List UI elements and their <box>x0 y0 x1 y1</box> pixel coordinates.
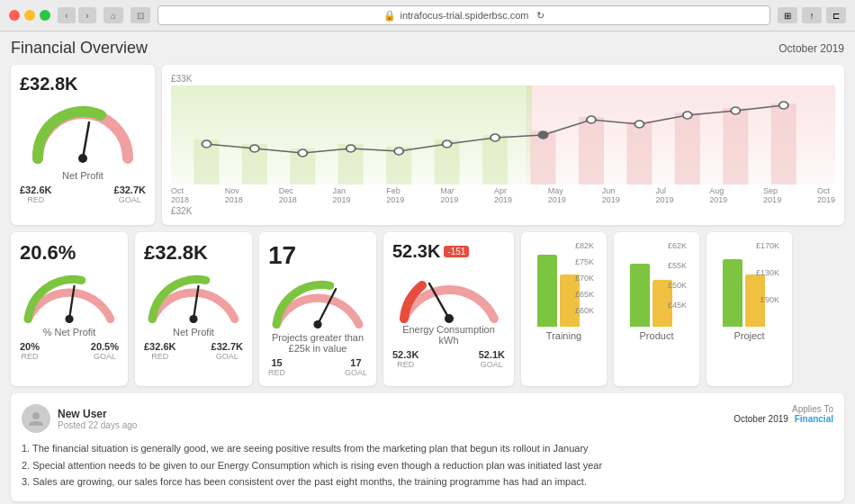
energy-gauge <box>392 262 505 320</box>
x-label-12: Oct2019 <box>817 186 835 204</box>
projects-card: 17 Projects greater than £25k in value 1… <box>259 232 376 386</box>
x-label-3: Jan2019 <box>332 186 350 204</box>
svg-point-1 <box>78 154 87 163</box>
svg-point-23 <box>490 134 500 141</box>
svg-point-25 <box>587 116 596 123</box>
svg-rect-16 <box>771 104 796 184</box>
gauge-goal-value: £32.7K <box>114 184 146 195</box>
x-label-11: Sep2019 <box>763 186 781 204</box>
bottom-row: 20.6% % Net Profit 20% RED 20.5% GOAL <box>11 232 844 386</box>
reload-icon[interactable]: ↻ <box>536 10 544 22</box>
close-button[interactable] <box>9 10 20 21</box>
svg-point-29 <box>779 102 788 109</box>
page-header: Financial Overview October 2019 <box>11 39 844 58</box>
product-bar-area: £62K £55K £50K £45K <box>623 241 690 327</box>
maximize-button[interactable] <box>40 10 50 21</box>
x-label-9: Jul2019 <box>655 186 673 204</box>
url-text: intrafocus-trial.spiderbsc.com <box>400 10 528 21</box>
svg-point-21 <box>394 148 403 155</box>
comment-line-3: 3. Sales are growing, our sales force ha… <box>22 473 833 490</box>
page-date: October 2019 <box>778 42 844 55</box>
gauge-container <box>20 94 146 166</box>
project-label: Project <box>716 330 783 341</box>
net-profit-value-2: £32.8K <box>144 241 243 265</box>
percent-red-stat: 20% RED <box>20 341 40 361</box>
user-info: New User Posted 22 days ago <box>58 408 137 430</box>
projects-label: Projects greater than £25k in value <box>268 332 367 354</box>
applies-to-label: Applies To <box>734 404 833 414</box>
x-label-7: May2019 <box>548 186 566 204</box>
svg-rect-10 <box>482 135 508 184</box>
energy-badge: -151 <box>444 246 469 257</box>
net-profit-gauge-2 <box>144 265 243 323</box>
x-label-6: Apr2019 <box>494 186 512 204</box>
net-profit-label: Net Profit <box>20 170 146 181</box>
svg-point-37 <box>445 314 454 323</box>
net-profit-label-2: Net Profit <box>144 327 243 338</box>
x-label-1: Nov2018 <box>225 186 243 204</box>
avatar <box>22 404 50 433</box>
project-bars <box>723 241 765 327</box>
percent-net-profit-card: 20.6% % Net Profit 20% RED 20.5% GOAL <box>11 232 128 386</box>
svg-line-0 <box>83 122 89 158</box>
chart-svg <box>171 86 835 184</box>
svg-point-28 <box>731 107 740 114</box>
tab-button[interactable]: ⊡ <box>130 7 150 23</box>
minimize-button[interactable] <box>24 10 35 21</box>
svg-point-22 <box>443 140 452 148</box>
svg-point-24 <box>538 131 547 139</box>
nav-buttons: ‹ › <box>58 7 96 23</box>
applies-period: October 2019 <box>734 414 788 424</box>
back-button[interactable]: ‹ <box>58 7 76 23</box>
percent-goal-stat: 20.5% GOAL <box>91 341 119 361</box>
net-profit-gauge-card: £32.8K Net Profit £32.6K RED <box>11 65 155 225</box>
comment-card: New User Posted 22 days ago Applies To O… <box>11 393 844 501</box>
gauge-stats: £32.6K RED £32.7K GOAL <box>20 184 146 204</box>
energy-stats: 52.3K RED 52.1K GOAL <box>392 349 505 369</box>
percent-gauge-stats: 20% RED 20.5% GOAL <box>20 341 119 361</box>
traffic-lights <box>9 10 50 21</box>
training-bar-area: £82K £75K £70K £65K £60K <box>530 241 598 327</box>
grid-icon[interactable]: ⊞ <box>778 7 797 23</box>
product-bar-card: £62K £55K £50K £45K Product <box>614 232 699 386</box>
projects-value: 17 <box>268 241 367 270</box>
share-icon[interactable]: ↑ <box>802 7 822 23</box>
lock-icon: 🔒 <box>383 10 396 22</box>
gauge-goal-stat: £32.7K GOAL <box>114 184 146 204</box>
sidebar-toggle-icon[interactable]: ⊏ <box>826 7 846 23</box>
svg-rect-15 <box>723 108 748 184</box>
percent-gauge <box>20 265 119 323</box>
url-bar[interactable]: 🔒 intrafocus-trial.spiderbsc.com ↻ <box>158 5 770 25</box>
comment-line-2: 2. Special attention needs to be given t… <box>22 457 833 474</box>
comment-line-1: 1. The financial situation is generally … <box>22 440 833 457</box>
applies-to: Applies To October 2019 Financial <box>734 404 833 424</box>
energy-card: 52.3K -151 Energy Consumption kWh 52.3K … <box>383 232 514 386</box>
browser-chrome: ‹ › ⌂ ⊡ 🔒 intrafocus-trial.spiderbsc.com… <box>0 0 855 32</box>
svg-point-27 <box>683 112 692 119</box>
user-name: New User <box>58 408 137 420</box>
gauge-red-value: £32.6K <box>20 184 51 195</box>
home-button[interactable]: ⌂ <box>104 7 123 23</box>
percent-net-profit-value: 20.6% <box>20 241 119 265</box>
svg-point-17 <box>202 140 211 148</box>
svg-point-19 <box>298 149 307 157</box>
chart-y-top: £33K <box>171 74 192 84</box>
x-label-10: Aug2019 <box>709 186 727 204</box>
percent-net-profit-label: % Net Profit <box>20 327 119 338</box>
applies-tag: Financial <box>795 414 833 424</box>
gauge-svg <box>24 97 141 165</box>
svg-point-33 <box>189 314 197 322</box>
net-profit-stats-2: £32.6K RED £32.7K GOAL <box>144 341 243 361</box>
svg-rect-12 <box>579 117 604 184</box>
training-bar-green <box>537 255 557 327</box>
comment-user-info: New User Posted 22 days ago <box>22 404 137 433</box>
product-label: Product <box>623 330 690 341</box>
browser-actions: ⊞ ↑ ⊏ <box>778 7 846 23</box>
svg-rect-14 <box>675 112 700 184</box>
forward-button[interactable]: › <box>78 7 96 23</box>
page-title: Financial Overview <box>11 39 148 58</box>
applies-to-period: October 2019 Financial <box>734 414 833 424</box>
svg-point-26 <box>634 121 644 128</box>
x-label-2: Dec2018 <box>279 186 297 204</box>
top-row: £32.8K Net Profit £32.6K RED <box>11 65 844 225</box>
